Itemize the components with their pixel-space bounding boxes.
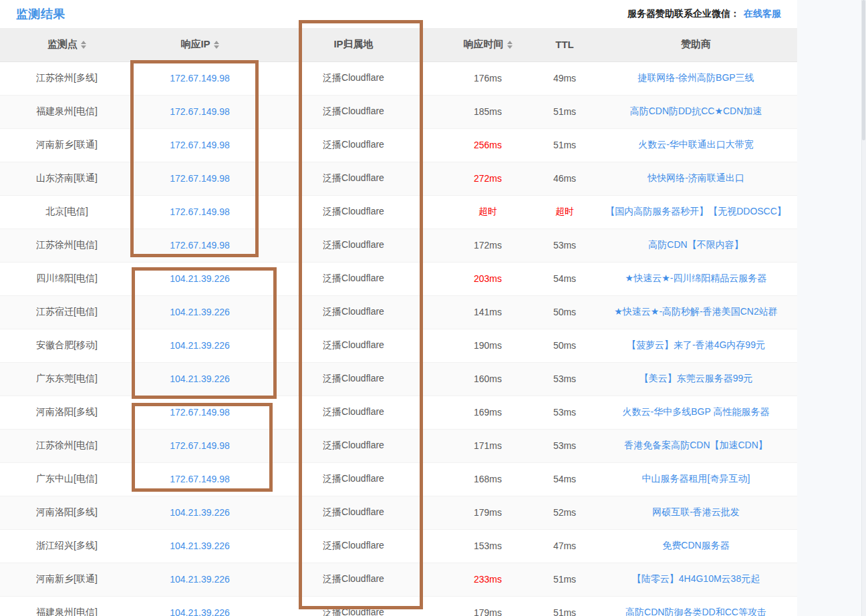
- table-row: 江苏徐州[电信]172.67.149.98泛播Cloudflare172ms53…: [0, 228, 797, 262]
- response-time-cell: 179ms: [441, 596, 535, 616]
- monitor-node-cell: 江苏徐州[多线]: [0, 61, 134, 95]
- column-header-ip-location: IP归属地: [266, 28, 441, 61]
- ttl-cell: 53ms: [535, 429, 595, 462]
- column-header-response-ip[interactable]: 响应IP: [134, 28, 266, 61]
- ttl-cell: 50ms: [535, 295, 595, 329]
- ip-location-cell: 泛播Cloudflare: [266, 329, 441, 362]
- ttl-cell: 53ms: [535, 228, 595, 262]
- monitor-node-cell: 江苏徐州[电信]: [0, 429, 134, 462]
- online-service-link[interactable]: 在线客服: [744, 8, 781, 19]
- ip-location-cell: 泛播Cloudflare: [266, 262, 441, 295]
- ip-location-cell: 泛播Cloudflare: [266, 429, 441, 462]
- response-ip-cell: 104.21.39.226: [134, 596, 266, 616]
- sponsor-link[interactable]: 高防CDN【不限内容】: [648, 239, 743, 250]
- sponsor-link[interactable]: 免费CDN服务器: [662, 540, 729, 551]
- sponsor-link[interactable]: ★快速云★-四川绵阳精品云服务器: [625, 273, 767, 283]
- response-ip-link[interactable]: 172.67.149.98: [170, 106, 230, 117]
- table-row: 广东东莞[电信]104.21.39.226泛播Cloudflare160ms53…: [0, 362, 797, 396]
- response-ip-link[interactable]: 172.67.149.98: [170, 474, 230, 484]
- response-ip-link[interactable]: 172.67.149.98: [170, 240, 230, 251]
- table-row: 广东中山[电信]172.67.149.98泛播Cloudflare168ms54…: [0, 462, 797, 496]
- response-ip-link[interactable]: 172.67.149.98: [170, 440, 230, 451]
- sponsor-link[interactable]: 【国内高防服务器秒开】【无视DDOSCC】: [605, 206, 786, 216]
- sponsor-link[interactable]: 高防CDN防御各类DD和CC等攻击: [625, 607, 766, 616]
- response-ip-link[interactable]: 172.67.149.98: [170, 407, 230, 418]
- scrollbar-thumb[interactable]: [862, 0, 865, 140]
- table-row: 河南洛阳[多线]172.67.149.98泛播Cloudflare169ms53…: [0, 396, 797, 429]
- monitor-results-panel: 监测结果 服务器赞助联系企业微信：在线客服 监测点 响应IP: [0, 0, 797, 616]
- vertical-scrollbar[interactable]: [861, 0, 866, 616]
- column-header-sponsor: 赞助商: [595, 28, 797, 61]
- table-row: 河南新乡[联通]104.21.39.226泛播Cloudflare233ms51…: [0, 563, 797, 596]
- sponsor-link[interactable]: 中山服务器租用[奇异互动]: [642, 473, 750, 484]
- response-time-cell: 169ms: [441, 396, 535, 429]
- sort-icon: [507, 41, 513, 49]
- sponsor-link[interactable]: ★快速云★-高防秒解-香港美国CN2站群: [614, 306, 777, 317]
- response-ip-link[interactable]: 172.67.149.98: [170, 173, 230, 184]
- ttl-cell: 47ms: [535, 529, 595, 563]
- response-ip-link[interactable]: 104.21.39.226: [170, 574, 230, 585]
- monitor-node-cell: 浙江绍兴[多线]: [0, 529, 134, 563]
- table-row: 江苏徐州[多线]172.67.149.98泛播Cloudflare176ms49…: [0, 61, 797, 95]
- sponsor-cell: ★快速云★-四川绵阳精品云服务器: [595, 262, 797, 295]
- response-ip-cell: 104.21.39.226: [134, 362, 266, 396]
- ip-location-cell: 泛播Cloudflare: [266, 596, 441, 616]
- sponsor-link[interactable]: 香港免备案高防CDN【加速CDN】: [624, 440, 768, 450]
- table-row: 安徽合肥[移动]104.21.39.226泛播Cloudflare190ms50…: [0, 329, 797, 362]
- column-header-response-time[interactable]: 响应时间: [441, 28, 535, 61]
- response-ip-cell: 172.67.149.98: [134, 162, 266, 195]
- sponsor-link[interactable]: 火数云-华中多线BGP 高性能服务器: [623, 406, 770, 417]
- column-header-monitor-node[interactable]: 监测点: [0, 28, 134, 61]
- column-header-label: 赞助商: [681, 38, 711, 51]
- sponsor-link[interactable]: 【美云】东莞云服务器99元: [639, 373, 753, 383]
- response-ip-link[interactable]: 104.21.39.226: [170, 340, 230, 351]
- response-ip-cell: 104.21.39.226: [134, 496, 266, 529]
- sponsor-link[interactable]: 捷联网络-徐州高防BGP三线: [637, 72, 754, 83]
- sponsor-link[interactable]: 【菠萝云】来了-香港4G内存99元: [627, 339, 765, 350]
- monitor-node-cell: 河南新乡[联通]: [0, 128, 134, 162]
- column-header-label: 监测点: [47, 38, 78, 51]
- response-time-cell: 233ms: [441, 563, 535, 596]
- ttl-cell: 51ms: [535, 596, 595, 616]
- sponsor-link[interactable]: 火数云-华中联通出口大带宽: [638, 139, 754, 150]
- response-ip-link[interactable]: 104.21.39.226: [170, 307, 230, 317]
- response-ip-link[interactable]: 172.67.149.98: [170, 206, 230, 217]
- table-body: 江苏徐州[多线]172.67.149.98泛播Cloudflare176ms49…: [0, 61, 797, 616]
- response-ip-link[interactable]: 104.21.39.226: [170, 507, 230, 518]
- sponsor-link[interactable]: 快快网络-济南联通出口: [647, 172, 744, 183]
- sponsor-cell: 高防CDN防御各类DD和CC等攻击: [595, 596, 797, 616]
- ttl-cell: 52ms: [535, 496, 595, 529]
- response-ip-cell: 172.67.149.98: [134, 195, 266, 228]
- column-header-label: 响应IP: [180, 38, 210, 51]
- page-title: 监测结果: [16, 6, 65, 22]
- response-ip-cell: 172.67.149.98: [134, 228, 266, 262]
- monitor-node-cell: 福建泉州[电信]: [0, 95, 134, 128]
- response-time-cell: 171ms: [441, 429, 535, 462]
- ip-location-cell: 泛播Cloudflare: [266, 128, 441, 162]
- table-row: 浙江绍兴[多线]104.21.39.226泛播Cloudflare153ms47…: [0, 529, 797, 563]
- sponsor-cell: 火数云-华中多线BGP 高性能服务器: [595, 396, 797, 429]
- response-ip-link[interactable]: 104.21.39.226: [170, 273, 230, 284]
- ip-location-cell: 泛播Cloudflare: [266, 529, 441, 563]
- response-ip-link[interactable]: 104.21.39.226: [170, 541, 230, 551]
- sponsor-notice-text: 服务器赞助联系企业微信：: [627, 8, 740, 19]
- ttl-cell: 50ms: [535, 329, 595, 362]
- monitor-node-cell: 福建泉州[电信]: [0, 596, 134, 616]
- ip-location-cell: 泛播Cloudflare: [266, 295, 441, 329]
- response-ip-cell: 104.21.39.226: [134, 295, 266, 329]
- response-ip-link[interactable]: 104.21.39.226: [170, 607, 230, 616]
- column-header-label: IP归属地: [333, 38, 373, 51]
- sponsor-link[interactable]: 高防CDN防DD抗CC★CDN加速: [630, 106, 762, 116]
- response-ip-link[interactable]: 172.67.149.98: [170, 140, 230, 150]
- response-time-cell: 168ms: [441, 462, 535, 496]
- sponsor-link[interactable]: 网硕互联-香港云批发: [652, 506, 740, 517]
- panel-topbar: 监测结果 服务器赞助联系企业微信：在线客服: [0, 0, 797, 28]
- response-ip-link[interactable]: 104.21.39.226: [170, 373, 230, 384]
- sponsor-cell: 捷联网络-徐州高防BGP三线: [595, 61, 797, 95]
- sponsor-cell: 香港免备案高防CDN【加速CDN】: [595, 429, 797, 462]
- table-row: 河南新乡[联通]172.67.149.98泛播Cloudflare256ms51…: [0, 128, 797, 162]
- sponsor-link[interactable]: 【陆零云】4H4G10M云38元起: [632, 573, 760, 584]
- response-ip-link[interactable]: 172.67.149.98: [170, 73, 230, 84]
- sponsor-cell: 中山服务器租用[奇异互动]: [595, 462, 797, 496]
- ttl-cell: 46ms: [535, 162, 595, 195]
